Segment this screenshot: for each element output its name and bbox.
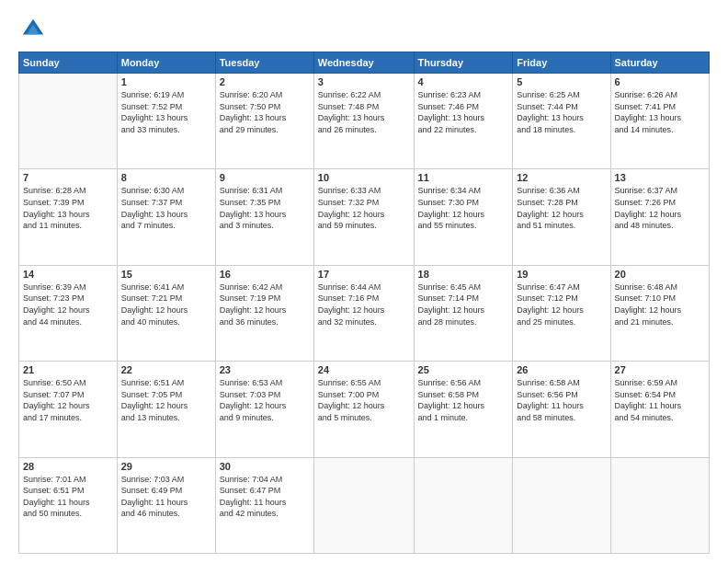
day-number: 27 xyxy=(615,364,705,375)
day-info-line: and 21 minutes. xyxy=(615,317,674,327)
day-info: Sunrise: 6:37 AMSunset: 7:26 PMDaylight:… xyxy=(615,185,705,231)
calendar-header-friday: Friday xyxy=(513,52,610,74)
calendar-cell: 8Sunrise: 6:30 AMSunset: 7:37 PMDaylight… xyxy=(117,169,215,265)
day-info-line: and 9 minutes. xyxy=(220,413,274,422)
day-info-line: and 11 minutes. xyxy=(23,221,82,230)
day-info-line: Sunrise: 6:36 AM xyxy=(517,186,580,195)
day-info-line: Sunset: 6:54 PM xyxy=(615,390,677,399)
day-info-line: Daylight: 13 hours xyxy=(615,113,682,122)
day-info-line: Sunset: 7:52 PM xyxy=(121,102,183,111)
day-info-line: Sunrise: 6:31 AM xyxy=(220,186,283,195)
day-info-line: Sunset: 6:58 PM xyxy=(418,390,480,399)
day-number: 17 xyxy=(318,269,410,280)
calendar-header-saturday: Saturday xyxy=(610,52,709,74)
day-info-line: Sunset: 7:10 PM xyxy=(615,293,677,303)
day-number: 2 xyxy=(220,76,310,87)
day-info-line: Sunrise: 7:03 AM xyxy=(121,475,185,484)
day-info: Sunrise: 6:20 AMSunset: 7:50 PMDaylight:… xyxy=(220,89,310,135)
day-number: 1 xyxy=(121,76,211,87)
day-info-line: Daylight: 12 hours xyxy=(418,401,485,410)
day-info-line: Sunrise: 6:51 AM xyxy=(121,378,185,387)
day-info-line: and 3 minutes. xyxy=(220,221,274,230)
calendar-cell: 24Sunrise: 6:55 AMSunset: 7:00 PMDayligh… xyxy=(313,362,414,457)
day-info-line: Sunset: 7:39 PM xyxy=(23,198,85,207)
day-info-line: Sunrise: 6:23 AM xyxy=(418,90,482,99)
day-info-line: Daylight: 12 hours xyxy=(418,305,485,315)
day-info-line: and 25 minutes. xyxy=(517,317,575,327)
header xyxy=(18,17,710,42)
calendar-cell: 7Sunrise: 6:28 AMSunset: 7:39 PMDaylight… xyxy=(19,169,118,265)
day-number: 11 xyxy=(418,172,509,183)
day-info-line: Sunset: 7:44 PM xyxy=(517,102,578,111)
day-number: 13 xyxy=(615,172,705,183)
day-info-line: Sunset: 7:14 PM xyxy=(418,293,480,303)
day-info-line: Sunrise: 6:56 AM xyxy=(418,378,482,387)
day-info-line: Daylight: 12 hours xyxy=(318,305,385,315)
day-info-line: Daylight: 12 hours xyxy=(318,401,385,410)
calendar-cell: 5Sunrise: 6:25 AMSunset: 7:44 PMDaylight… xyxy=(513,74,610,169)
day-info-line: Daylight: 13 hours xyxy=(220,210,287,219)
calendar-week-5: 28Sunrise: 7:01 AMSunset: 6:51 PMDayligh… xyxy=(19,457,710,553)
day-info: Sunrise: 6:41 AMSunset: 7:21 PMDaylight:… xyxy=(121,282,211,327)
calendar-cell: 4Sunrise: 6:23 AMSunset: 7:46 PMDaylight… xyxy=(414,74,513,169)
calendar-week-4: 21Sunrise: 6:50 AMSunset: 7:07 PMDayligh… xyxy=(19,362,710,457)
calendar-cell: 3Sunrise: 6:22 AMSunset: 7:48 PMDaylight… xyxy=(313,74,414,169)
day-info-line: Daylight: 12 hours xyxy=(121,305,188,315)
day-info: Sunrise: 6:42 AMSunset: 7:19 PMDaylight:… xyxy=(220,282,310,327)
day-info-line: Sunrise: 6:28 AM xyxy=(23,186,86,195)
calendar-week-2: 7Sunrise: 6:28 AMSunset: 7:39 PMDaylight… xyxy=(19,169,710,265)
day-info-line: and 28 minutes. xyxy=(418,317,477,327)
calendar-cell: 28Sunrise: 7:01 AMSunset: 6:51 PMDayligh… xyxy=(19,457,118,553)
day-info-line: Daylight: 12 hours xyxy=(418,210,485,219)
day-info-line: Daylight: 12 hours xyxy=(220,305,287,315)
day-info-line: Sunset: 7:35 PM xyxy=(220,198,281,207)
day-info-line: Daylight: 13 hours xyxy=(517,113,584,122)
day-info-line: and 58 minutes. xyxy=(517,413,575,422)
day-info-line: Sunset: 7:05 PM xyxy=(121,390,183,399)
day-info-line: Sunset: 7:16 PM xyxy=(318,293,380,303)
day-info-line: Sunrise: 7:04 AM xyxy=(220,475,283,484)
day-info-line: Daylight: 13 hours xyxy=(318,113,385,122)
day-info-line: Daylight: 12 hours xyxy=(23,401,90,410)
day-info: Sunrise: 6:25 AMSunset: 7:44 PMDaylight:… xyxy=(517,89,606,135)
calendar-week-3: 14Sunrise: 6:39 AMSunset: 7:23 PMDayligh… xyxy=(19,265,710,361)
calendar-cell: 17Sunrise: 6:44 AMSunset: 7:16 PMDayligh… xyxy=(313,265,414,361)
calendar-cell xyxy=(414,457,513,553)
day-info: Sunrise: 6:28 AMSunset: 7:39 PMDaylight:… xyxy=(23,185,113,231)
calendar-cell: 13Sunrise: 6:37 AMSunset: 7:26 PMDayligh… xyxy=(610,169,709,265)
day-info-line: and 13 minutes. xyxy=(121,413,180,422)
calendar-cell: 6Sunrise: 6:26 AMSunset: 7:41 PMDaylight… xyxy=(610,74,709,169)
day-info-line: Sunset: 7:50 PM xyxy=(220,102,281,111)
day-info-line: Sunrise: 6:42 AM xyxy=(220,282,283,292)
calendar-cell: 14Sunrise: 6:39 AMSunset: 7:23 PMDayligh… xyxy=(19,265,118,361)
day-info-line: Daylight: 11 hours xyxy=(220,498,287,507)
day-info-line: Sunrise: 6:26 AM xyxy=(615,90,678,99)
day-info-line: Sunrise: 6:50 AM xyxy=(23,378,86,387)
day-info-line: Sunrise: 6:45 AM xyxy=(418,282,482,292)
day-number: 21 xyxy=(23,364,113,375)
day-info-line: Sunrise: 6:22 AM xyxy=(318,90,381,99)
day-info: Sunrise: 6:33 AMSunset: 7:32 PMDaylight:… xyxy=(318,185,410,231)
calendar-cell: 26Sunrise: 6:58 AMSunset: 6:56 PMDayligh… xyxy=(513,362,610,457)
calendar-cell: 25Sunrise: 6:56 AMSunset: 6:58 PMDayligh… xyxy=(414,362,513,457)
day-info-line: Daylight: 12 hours xyxy=(517,210,584,219)
day-info-line: Daylight: 11 hours xyxy=(23,498,90,507)
calendar-cell: 11Sunrise: 6:34 AMSunset: 7:30 PMDayligh… xyxy=(414,169,513,265)
day-info-line: Daylight: 12 hours xyxy=(23,305,90,315)
day-info-line: Sunrise: 6:53 AM xyxy=(220,378,283,387)
day-info-line: Sunset: 7:03 PM xyxy=(220,390,281,399)
day-info-line: Sunrise: 6:20 AM xyxy=(220,90,283,99)
day-number: 26 xyxy=(517,364,606,375)
day-number: 18 xyxy=(418,269,509,280)
day-info: Sunrise: 6:47 AMSunset: 7:12 PMDaylight:… xyxy=(517,282,606,327)
day-info: Sunrise: 6:58 AMSunset: 6:56 PMDaylight:… xyxy=(517,377,606,423)
day-info-line: Sunset: 7:12 PM xyxy=(517,293,578,303)
day-number: 22 xyxy=(121,364,211,375)
calendar-cell: 21Sunrise: 6:50 AMSunset: 7:07 PMDayligh… xyxy=(19,362,118,457)
calendar-header-tuesday: Tuesday xyxy=(215,52,313,74)
day-info-line: Sunrise: 6:48 AM xyxy=(615,282,678,292)
day-info: Sunrise: 7:01 AMSunset: 6:51 PMDaylight:… xyxy=(23,474,113,520)
day-info-line: Sunrise: 6:34 AM xyxy=(418,186,482,195)
calendar-cell: 27Sunrise: 6:59 AMSunset: 6:54 PMDayligh… xyxy=(610,362,709,457)
day-info-line: Daylight: 12 hours xyxy=(615,210,682,219)
